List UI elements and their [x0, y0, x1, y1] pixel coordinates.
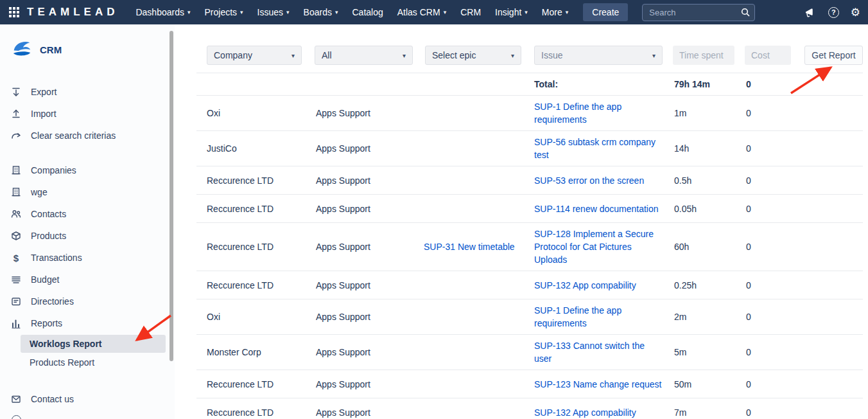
sidebar-item-label: Products Report	[30, 357, 94, 368]
sidebar-item-label: Import	[31, 109, 56, 119]
issue-link[interactable]: SUP-132 App compability	[534, 407, 636, 418]
chevron-down-icon: ▾	[291, 52, 295, 59]
cell-cost: 0	[746, 406, 804, 419]
issue-link[interactable]: SUP-53 error on the screen	[534, 175, 644, 186]
sidebar-item-wge[interactable]: wge	[0, 181, 175, 203]
issue-link[interactable]: SUP-123 Name change request	[534, 379, 661, 389]
cell-project: Apps Support	[316, 310, 424, 323]
cell-time-spent: 50m	[674, 378, 746, 391]
search-icon[interactable]	[740, 7, 751, 20]
sidebar-item-label: Export	[31, 87, 56, 97]
issue-link[interactable]: SUP-1 Define the app requirements	[534, 305, 621, 328]
cell-cost: 0	[746, 107, 804, 120]
gear-icon[interactable]: ⚙	[851, 7, 860, 18]
nav-label: Insight	[495, 7, 521, 17]
building-icon	[10, 165, 22, 176]
nav-crm[interactable]: CRM	[453, 0, 488, 24]
table-row: Reccurence LTD Apps Support SUP-132 App …	[196, 271, 863, 299]
sidebar-item-budget[interactable]: Budget	[0, 269, 175, 290]
nav-atlas-crm[interactable]: Atlas CRM▾	[390, 0, 453, 24]
help-circle-icon[interactable]	[12, 415, 21, 419]
sidebar-scrollbar[interactable]	[169, 31, 173, 361]
cell-project: Apps Support	[316, 107, 424, 120]
nav-projects[interactable]: Projects▾	[197, 0, 250, 24]
cell-company: Oxi	[207, 107, 316, 120]
table-row: Oxi Apps Support SUP-1 Define the app re…	[196, 96, 863, 131]
select-value: All	[322, 50, 332, 60]
issue-link[interactable]: SUP-114 renew documentation	[534, 204, 659, 214]
export-icon	[10, 86, 22, 98]
chevron-down-icon: ▾	[444, 9, 447, 15]
nav-dashboards[interactable]: Dashboards▾	[128, 0, 197, 24]
table-row: Reccurence LTD Apps Support SUP-123 Name…	[196, 370, 863, 398]
sidebar-item-worklogs-report[interactable]: Worklogs Report	[21, 335, 166, 353]
nav-catalog[interactable]: Catalog	[345, 0, 390, 24]
cell-time-spent: 2m	[674, 310, 746, 323]
sidebar-item-directories[interactable]: Directories	[0, 290, 175, 312]
company-filter-select[interactable]: Company▾	[207, 46, 302, 65]
bar-chart-icon	[10, 317, 22, 329]
nav-issues[interactable]: Issues▾	[250, 0, 297, 24]
megaphone-icon[interactable]	[804, 6, 817, 18]
issue-link[interactable]: SUP-133 Cannot switch the user	[534, 341, 645, 364]
help-icon[interactable]: ?	[828, 7, 839, 18]
nav-boards[interactable]: Boards▾	[297, 0, 345, 24]
cell-time-spent: 0.05h	[674, 202, 746, 215]
worklogs-report-content: Company▾ All▾ Select epic▾ Issue▾ Get Re…	[175, 24, 868, 419]
total-time-spent: 79h 14m	[674, 78, 746, 91]
sidebar-group-entities: Companies wge Contacts Products	[0, 159, 175, 371]
chevron-down-icon: ▾	[511, 52, 514, 59]
sidebar-item-companies[interactable]: Companies	[0, 159, 175, 181]
chevron-down-icon: ▾	[652, 52, 655, 59]
cell-cost: 0	[746, 310, 804, 323]
sidebar-item-reports[interactable]: Reports	[0, 312, 175, 334]
issue-filter-select[interactable]: Issue▾	[534, 46, 663, 65]
cost-input[interactable]	[745, 46, 791, 65]
sidebar-item-clear-search[interactable]: Clear search criterias	[0, 125, 175, 147]
cell-company: Reccurence LTD	[207, 279, 316, 292]
sidebar-item-products-report[interactable]: Products Report	[21, 353, 166, 371]
cell-cost: 0	[746, 346, 804, 359]
sidebar-item-label: Worklogs Report	[30, 339, 102, 349]
nav-label: Dashboards	[135, 7, 184, 17]
issue-link[interactable]: SUP-128 Implement a Secure Protocol for …	[534, 229, 654, 265]
box-icon	[10, 230, 22, 242]
cell-cost: 0	[746, 202, 804, 215]
sidebar-item-label: Contact us	[31, 394, 74, 404]
cell-project: Apps Support	[316, 378, 424, 391]
nav-insight[interactable]: Insight▾	[488, 0, 535, 24]
sidebar-item-import[interactable]: Import	[0, 103, 175, 125]
sidebar-item-contacts[interactable]: Contacts	[0, 203, 175, 225]
cell-time-spent: 60h	[674, 240, 746, 253]
envelope-icon	[10, 393, 22, 405]
time-spent-input[interactable]	[673, 46, 734, 65]
nav-label: More	[542, 7, 562, 17]
issue-link[interactable]: SUP-56 subtask crm company test	[534, 137, 655, 160]
teamlead-logo[interactable]: TEAMLEAD	[27, 6, 118, 19]
app-switcher-icon[interactable]	[9, 7, 19, 17]
cell-company: Reccurence LTD	[207, 406, 316, 419]
issue-link[interactable]: SUP-1 Define the app requirements	[534, 102, 621, 125]
epic-link[interactable]: SUP-31 New timetable	[424, 242, 515, 252]
sidebar-item-label: Directories	[31, 296, 74, 307]
sidebar-group-actions: Export Import Clear search criterias	[0, 81, 175, 147]
cell-company: Reccurence LTD	[207, 202, 316, 215]
get-report-button[interactable]: Get Report	[804, 46, 863, 65]
top-navigation-bar: TEAMLEAD Dashboards▾ Projects▾ Issues▾ B…	[0, 0, 868, 24]
table-row: Reccurence LTD Apps Support SUP-114 rene…	[196, 195, 863, 223]
issue-link[interactable]: SUP-132 App compability	[534, 280, 636, 290]
search-input[interactable]	[642, 4, 755, 21]
crm-logo: CRM	[0, 39, 175, 60]
total-label: Total:	[534, 78, 674, 91]
sidebar-item-transactions[interactable]: $ Transactions	[0, 247, 175, 269]
create-button[interactable]: Create	[583, 3, 628, 21]
sidebar-item-export[interactable]: Export	[0, 81, 175, 103]
table-row: Monster Corp Apps Support SUP-133 Cannot…	[196, 335, 863, 370]
project-filter-select[interactable]: All▾	[315, 46, 413, 65]
epic-filter-select[interactable]: Select epic▾	[425, 46, 521, 65]
cell-company: Oxi	[207, 310, 316, 323]
sidebar-item-contact-us[interactable]: Contact us	[0, 388, 175, 410]
sidebar-item-products[interactable]: Products	[0, 225, 175, 247]
building-icon	[10, 186, 22, 198]
nav-more[interactable]: More▾	[535, 0, 575, 24]
